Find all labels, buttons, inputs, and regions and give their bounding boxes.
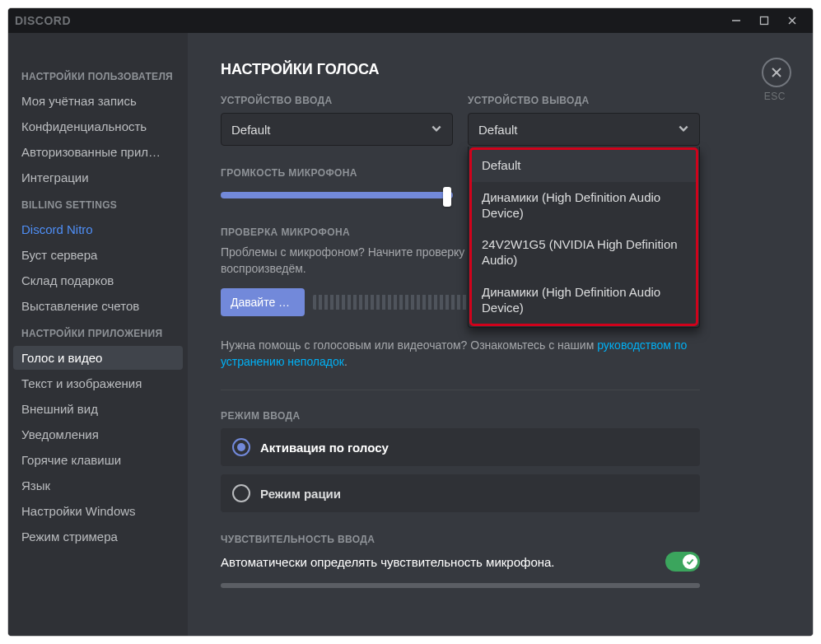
- mic-test-button[interactable]: Давайте пр…: [221, 288, 305, 316]
- svg-rect-1: [761, 17, 768, 25]
- divider: [221, 390, 700, 390]
- mic-volume-slider[interactable]: [221, 185, 453, 205]
- app-window: DISCORD НАСТРОЙКИ ПОЛЬЗОВАТЕЛЯМоя учётна…: [8, 8, 813, 636]
- output-device-value: Default: [478, 123, 518, 137]
- mic-volume-label: ГРОМКОСТЬ МИКРОФОНА: [221, 167, 453, 179]
- sidebar-item-billing[interactable]: Выставление счетов: [13, 294, 183, 318]
- sidebar-item-text-images[interactable]: Текст и изображения: [13, 371, 183, 395]
- output-device-label: УСТРОЙСТВО ВЫВОДА: [468, 95, 700, 106]
- sidebar-item-keybinds[interactable]: Горячие клавиши: [13, 448, 183, 472]
- page-title: НАСТРОЙКИ ГОЛОСА: [221, 61, 700, 78]
- sidebar-item-voice-video[interactable]: Голос и видео: [13, 346, 183, 370]
- sidebar-item-integrations[interactable]: Интеграции: [13, 166, 183, 189]
- sidebar-item-discord-nitro[interactable]: Discord Nitro: [13, 217, 183, 241]
- sidebar-item-authorized-apps[interactable]: Авторизованные прил…: [13, 140, 183, 164]
- sensitivity-meter: [221, 583, 700, 588]
- sidebar-section-header: BILLING SETTINGS: [13, 196, 183, 216]
- chevron-down-icon: [431, 123, 442, 137]
- sidebar-item-server-boost[interactable]: Буст сервера: [13, 243, 183, 267]
- sensitivity-label: ЧУВСТВИТЕЛЬНОСТЬ ВВОДА: [221, 534, 700, 545]
- sidebar-item-privacy[interactable]: Конфиденциальность: [13, 114, 183, 138]
- output-device-option[interactable]: 24V2W1G5 (NVIDIA High Definition Audio): [472, 229, 696, 277]
- app-title: DISCORD: [15, 14, 71, 27]
- output-device-option[interactable]: Default: [472, 150, 696, 182]
- sidebar-item-language[interactable]: Язык: [13, 474, 183, 497]
- titlebar: DISCORD: [8, 8, 813, 33]
- input-device-label: УСТРОЙСТВО ВВОДА: [221, 95, 453, 106]
- sidebar-item-appearance[interactable]: Внешний вид: [13, 397, 183, 421]
- sidebar-item-streamer-mode[interactable]: Режим стримера: [13, 525, 183, 548]
- window-close-button[interactable]: [778, 12, 806, 30]
- radio-icon: [232, 484, 250, 502]
- output-device-dropdown[interactable]: DefaultДинамики (High Definition Audio D…: [468, 147, 700, 328]
- output-device-option[interactable]: Динамики (High Definition Audio Device): [472, 182, 696, 230]
- sidebar-section-header: НАСТРОЙКИ ПОЛЬЗОВАТЕЛЯ: [13, 68, 183, 87]
- window-minimize-button[interactable]: [722, 12, 750, 30]
- sidebar-item-windows-settings[interactable]: Настройки Windows: [13, 499, 183, 523]
- sidebar-item-notifications[interactable]: Уведомления: [13, 422, 183, 446]
- radio-voice-activity[interactable]: Активация по голосу: [221, 428, 700, 466]
- input-device-select[interactable]: Default: [221, 113, 453, 146]
- esc-label: ESC: [764, 91, 786, 102]
- radio-icon: [232, 438, 250, 456]
- auto-sensitivity-label: Автоматически определять чувствительност…: [221, 555, 652, 569]
- sidebar-section-header: НАСТРОЙКИ ПРИЛОЖЕНИЯ: [13, 324, 183, 344]
- check-icon: [683, 554, 697, 569]
- window-maximize-button[interactable]: [750, 12, 778, 30]
- settings-content: ESC НАСТРОЙКИ ГОЛОСА УСТРОЙСТВО ВВОДА De…: [188, 33, 813, 636]
- radio-label: Режим рации: [260, 487, 341, 501]
- output-device-option[interactable]: Динамики (High Definition Audio Device): [472, 277, 696, 324]
- close-settings-button[interactable]: [762, 58, 791, 87]
- chevron-down-icon: [678, 123, 689, 137]
- radio-label: Активация по голосу: [260, 441, 389, 455]
- input-mode-label: РЕЖИМ ВВОДА: [221, 410, 700, 422]
- settings-sidebar[interactable]: НАСТРОЙКИ ПОЛЬЗОВАТЕЛЯМоя учётная запись…: [8, 33, 188, 636]
- sidebar-item-account[interactable]: Моя учётная запись: [13, 89, 183, 113]
- radio-push-to-talk[interactable]: Режим рации: [221, 474, 700, 512]
- output-device-select[interactable]: Default DefaultДинамики (High Definition…: [468, 113, 700, 146]
- auto-sensitivity-switch[interactable]: [665, 552, 700, 572]
- voice-help-text: Нужна помощь с голосовым или видеочатом?…: [221, 338, 700, 370]
- input-device-value: Default: [231, 123, 271, 137]
- sidebar-item-gift-inventory[interactable]: Склад подарков: [13, 268, 183, 292]
